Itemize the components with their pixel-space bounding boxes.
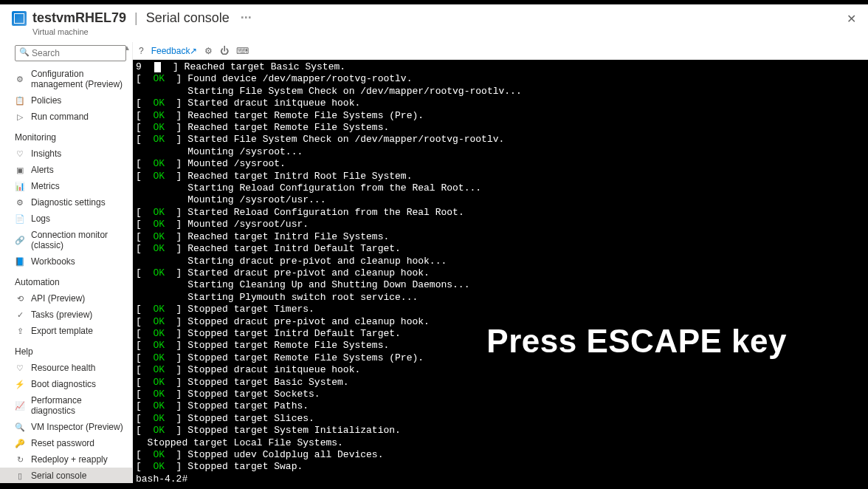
nav-icon: ✓ xyxy=(15,310,25,320)
nav-label: Reset password xyxy=(31,438,94,448)
nav-label: Redeploy + reapply xyxy=(31,454,108,465)
nav-icon: ⚡ xyxy=(15,379,25,389)
nav-label: Workbooks xyxy=(31,256,75,267)
nav-label: API (Preview) xyxy=(31,293,85,304)
keyboard-icon[interactable]: ⌨ xyxy=(236,46,249,56)
nav-icon: ♡ xyxy=(15,363,25,373)
nav-icon: 📄 xyxy=(15,213,25,224)
nav-label: VM Inspector (Preview) xyxy=(31,422,123,432)
nav-icon: 📊 xyxy=(15,181,25,191)
sidebar: ▲ 🔍 ⚙Configuration management (Preview)📋… xyxy=(0,42,133,489)
content-area: ? Feedback↗ ⚙ ⏻ ⌨ 9 ] Reached target Bas… xyxy=(133,42,868,489)
section-monitoring: Monitoring xyxy=(0,125,132,146)
sidebar-item[interactable]: ↻Redeploy + reapply xyxy=(0,451,132,468)
sidebar-item[interactable]: ♡Resource health xyxy=(0,360,132,376)
sidebar-item[interactable]: ⟲API (Preview) xyxy=(0,290,132,307)
nav-icon: ↻ xyxy=(15,454,25,465)
nav-label: Resource health xyxy=(31,363,95,373)
sidebar-item[interactable]: ▷Run command xyxy=(0,109,132,125)
nav-icon: ♡ xyxy=(15,148,25,159)
sidebar-item[interactable]: 🔗Connection monitor (classic) xyxy=(0,227,132,253)
overlay-instruction: Press ESCAPE key xyxy=(486,323,787,360)
nav-icon: 📘 xyxy=(15,256,25,267)
sidebar-item[interactable]: ▯Serial console xyxy=(0,468,132,484)
sidebar-item[interactable]: 📋Policies xyxy=(0,92,132,109)
nav-label: Serial console xyxy=(31,471,86,481)
sidebar-item[interactable]: ⚙Diagnostic settings xyxy=(0,194,132,211)
power-icon[interactable]: ⏻ xyxy=(220,46,229,56)
nav-label: Run command xyxy=(31,112,89,122)
console-toolbar: ? Feedback↗ ⚙ ⏻ ⌨ xyxy=(133,42,868,60)
settings-icon[interactable]: ⚙ xyxy=(204,46,213,56)
sidebar-item[interactable]: ✓Tasks (preview) xyxy=(0,307,132,323)
help-icon[interactable]: ? xyxy=(139,46,144,56)
sidebar-item[interactable]: ▣Alerts xyxy=(0,162,132,178)
serial-console-output[interactable]: 9 ] Reached target Basic System. [ OK ] … xyxy=(133,60,868,489)
sidebar-item[interactable]: 📈Performance diagnostics xyxy=(0,392,132,419)
nav-icon: ⚙ xyxy=(15,197,25,208)
resource-type-label: Virtual machine xyxy=(0,27,868,42)
nav-icon: 🔍 xyxy=(15,422,25,432)
feedback-link[interactable]: Feedback↗ xyxy=(151,46,198,56)
nav-icon: ⚙ xyxy=(15,74,25,84)
sidebar-item[interactable]: ⇪Export template xyxy=(0,323,132,339)
sidebar-item[interactable]: 🔍VM Inspector (Preview) xyxy=(0,419,132,435)
sidebar-item[interactable]: 📊Metrics xyxy=(0,178,132,194)
sidebar-item[interactable]: 📘Workbooks xyxy=(0,253,132,270)
nav-icon: ▯ xyxy=(15,471,25,481)
more-dots[interactable]: ··· xyxy=(241,10,252,25)
search-input[interactable] xyxy=(15,45,126,61)
nav-icon: ▣ xyxy=(15,165,25,175)
sidebar-item[interactable]: ♡Insights xyxy=(0,146,132,162)
nav-label: Diagnostic settings xyxy=(31,197,106,208)
nav-icon: ▷ xyxy=(15,112,25,122)
nav-label: Insights xyxy=(31,148,61,159)
vm-icon xyxy=(12,11,27,26)
nav-icon: ⟲ xyxy=(15,293,25,304)
sidebar-item[interactable]: ⚡Boot diagnostics xyxy=(0,376,132,392)
sidebar-item[interactable]: ⚙Configuration management (Preview) xyxy=(0,66,132,92)
sidebar-item[interactable]: 🔑Reset password xyxy=(0,435,132,451)
nav-label: Alerts xyxy=(31,165,54,175)
nav-icon: 📈 xyxy=(15,400,25,411)
close-icon[interactable]: ✕ xyxy=(847,12,856,26)
nav-icon: 🔑 xyxy=(15,438,25,448)
nav-icon: ⇪ xyxy=(15,326,25,336)
section-help: Help xyxy=(0,339,132,360)
nav-label: Export template xyxy=(31,326,93,336)
search-icon: 🔍 xyxy=(19,47,30,57)
nav-label: Tasks (preview) xyxy=(31,310,92,320)
nav-icon: 🔗 xyxy=(15,235,25,245)
sidebar-item[interactable]: 📄Logs xyxy=(0,211,132,227)
nav-label: Policies xyxy=(31,95,61,106)
page-title: testvmRHEL79 | Serial console ··· xyxy=(32,10,252,26)
nav-label: Configuration management (Preview) xyxy=(31,69,126,89)
nav-label: Metrics xyxy=(31,181,60,191)
page-header: testvmRHEL79 | Serial console ··· ✕ xyxy=(0,4,868,27)
nav-label: Performance diagnostics xyxy=(31,395,126,416)
section-automation: Automation xyxy=(0,270,132,290)
nav-icon: 📋 xyxy=(15,95,25,106)
nav-label: Logs xyxy=(31,213,50,224)
nav-label: Connection monitor (classic) xyxy=(31,230,126,250)
nav-label: Boot diagnostics xyxy=(31,379,96,389)
